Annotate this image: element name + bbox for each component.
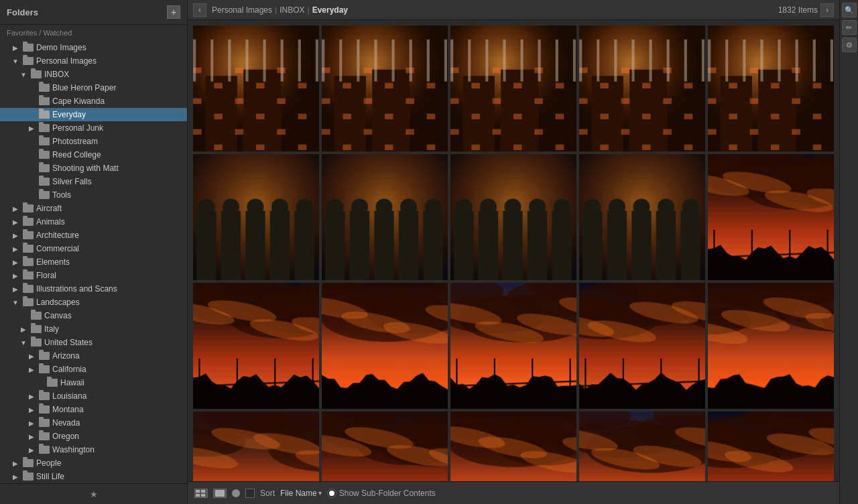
sidebar-item-illustrations-scans[interactable]: Illustrations and Scans	[0, 282, 187, 296]
photo-cell[interactable]	[579, 154, 705, 280]
folder-icon-cape-kiwanda	[39, 97, 50, 105]
tree-toggle-aircraft[interactable]	[11, 204, 20, 213]
sidebar-item-personal-images[interactable]: Personal Images	[0, 54, 187, 68]
sidebar-item-elements[interactable]: Elements	[0, 255, 187, 269]
tree-toggle-california[interactable]	[27, 365, 36, 374]
sidebar-item-tools[interactable]: Tools	[0, 188, 187, 202]
photo-cell[interactable]	[708, 412, 834, 481]
photo-cell[interactable]	[322, 412, 448, 481]
photo-cell[interactable]	[708, 154, 834, 280]
sidebar-item-animals[interactable]: Animals	[0, 215, 187, 229]
sidebar-item-personal-junk[interactable]: Personal Junk	[0, 121, 187, 135]
sidebar-item-arizona[interactable]: Arizona	[0, 349, 187, 363]
tree-toggle-inbox[interactable]	[19, 70, 28, 79]
sidebar-item-california[interactable]: California	[0, 363, 187, 376]
sidebar-item-louisiana[interactable]: Louisiana	[0, 389, 187, 403]
folder-icon-arizona	[39, 352, 50, 360]
sidebar-item-commercial[interactable]: Commercial	[0, 242, 187, 255]
sidebar-item-italy[interactable]: Italy	[0, 322, 187, 336]
single-view-icon[interactable]	[213, 489, 227, 498]
tree-toggle-animals[interactable]	[11, 217, 20, 227]
edit-icon[interactable]: ✏	[842, 20, 857, 35]
tree-toggle-commercial[interactable]	[11, 244, 20, 253]
select-checkbox[interactable]	[245, 489, 255, 498]
sidebar-item-architecture[interactable]: Architecture	[0, 229, 187, 242]
photo-cell[interactable]	[450, 25, 576, 151]
search-icon[interactable]: 🔍	[842, 3, 857, 17]
photo-cell[interactable]	[579, 25, 705, 151]
photo-cell[interactable]	[322, 25, 448, 151]
star-icon[interactable]: ★	[86, 487, 101, 501]
tree-toggle-washington[interactable]	[27, 445, 36, 454]
sidebar-item-inbox[interactable]: INBOX	[0, 68, 187, 81]
tree-toggle-personal-junk[interactable]	[27, 123, 36, 133]
photo-cell[interactable]	[579, 283, 705, 409]
sidebar-item-oregon[interactable]: Oregon	[0, 430, 187, 443]
sidebar-item-blue-heron-paper[interactable]: Blue Heron Paper	[0, 81, 187, 94]
sidebar-item-united-states[interactable]: United States	[0, 336, 187, 349]
photo-cell[interactable]	[450, 412, 576, 481]
folder-icon-landscapes	[23, 298, 34, 306]
tree-toggle-oregon[interactable]	[27, 432, 36, 441]
photo-cell[interactable]	[450, 154, 576, 280]
sidebar-item-aircraft[interactable]: Aircraft	[0, 202, 187, 215]
tree-toggle-italy[interactable]	[19, 324, 28, 334]
breadcrumb-inbox[interactable]: INBOX	[280, 5, 304, 15]
tree-toggle-nevada[interactable]	[27, 418, 36, 428]
sidebar-item-montana[interactable]: Montana	[0, 403, 187, 416]
breadcrumb-everyday[interactable]: Everyday	[312, 5, 348, 15]
sidebar-item-floral[interactable]: Floral	[0, 269, 187, 282]
sidebar-item-cape-kiwanda[interactable]: Cape Kiwanda	[0, 94, 187, 108]
tree-toggle-architecture[interactable]	[11, 231, 20, 240]
breadcrumb-personal-images[interactable]: Personal Images	[212, 5, 272, 15]
nav-back-button[interactable]: ‹	[193, 3, 206, 17]
tree-toggle-elements[interactable]	[11, 257, 20, 267]
photo-cell[interactable]	[193, 412, 319, 481]
tree-toggle-people[interactable]	[11, 458, 20, 468]
svg-rect-3	[201, 494, 205, 497]
thumbnail-size-slider[interactable]	[232, 489, 240, 497]
sidebar-item-people[interactable]: People	[0, 456, 187, 470]
folder-icon-shooting-with-matt	[39, 164, 50, 172]
sidebar-item-everyday[interactable]: Everyday	[0, 108, 187, 121]
tree-toggle-floral[interactable]	[11, 271, 20, 280]
photo-cell[interactable]	[193, 283, 319, 409]
tree-toggle-united-states[interactable]	[19, 338, 28, 347]
sidebar-item-silver-falls[interactable]: Silver Falls	[0, 175, 187, 188]
tree-toggle-landscapes[interactable]	[11, 298, 20, 307]
folder-tree: Demo ImagesPersonal ImagesINBOXBlue Hero…	[0, 41, 187, 483]
sidebar-item-landscapes[interactable]: Landscapes	[0, 296, 187, 309]
tree-toggle-louisiana[interactable]	[27, 391, 36, 401]
sidebar-item-hawaii[interactable]: Hawaii	[0, 376, 187, 389]
tree-toggle-montana[interactable]	[27, 405, 36, 414]
sidebar-item-nevada[interactable]: Nevada	[0, 416, 187, 430]
tree-toggle-arizona[interactable]	[27, 351, 36, 361]
sidebar-item-canvas[interactable]: Canvas	[0, 309, 187, 322]
photo-cell[interactable]	[450, 283, 576, 409]
sidebar-item-still-life[interactable]: Still Life	[0, 470, 187, 483]
photo-cell[interactable]	[322, 283, 448, 409]
photo-cell[interactable]	[193, 154, 319, 280]
gear-icon[interactable]: ⚙	[842, 38, 857, 52]
photo-cell[interactable]	[708, 25, 834, 151]
tree-toggle-illustrations-scans[interactable]	[11, 284, 20, 294]
sidebar-item-reed-college[interactable]: Reed College	[0, 148, 187, 162]
subfolder-toggle[interactable]: Show Sub-Folder Contents	[327, 489, 436, 498]
photo-cell[interactable]	[193, 25, 319, 151]
tree-toggle-personal-images[interactable]	[11, 56, 20, 66]
sidebar-item-washington[interactable]: Washington	[0, 443, 187, 456]
sidebar-item-shooting-with-matt[interactable]: Shooting with Matt	[0, 162, 187, 175]
subfolder-radio[interactable]	[327, 489, 336, 498]
sort-dropdown[interactable]: File Name ▾	[280, 489, 322, 498]
tree-toggle-demo-images[interactable]	[11, 43, 20, 52]
add-folder-button[interactable]: +	[167, 5, 180, 19]
sidebar-item-demo-images[interactable]: Demo Images	[0, 41, 187, 54]
nav-forward-button[interactable]: ›	[820, 3, 834, 17]
photo-cell[interactable]	[708, 283, 834, 409]
tree-toggle-still-life[interactable]	[11, 472, 20, 481]
photo-cell[interactable]	[322, 154, 448, 280]
slider-thumb[interactable]	[232, 489, 240, 497]
grid-view-icon[interactable]	[194, 489, 208, 498]
sidebar-item-photostream[interactable]: Photostream	[0, 135, 187, 148]
photo-cell[interactable]	[579, 412, 705, 481]
